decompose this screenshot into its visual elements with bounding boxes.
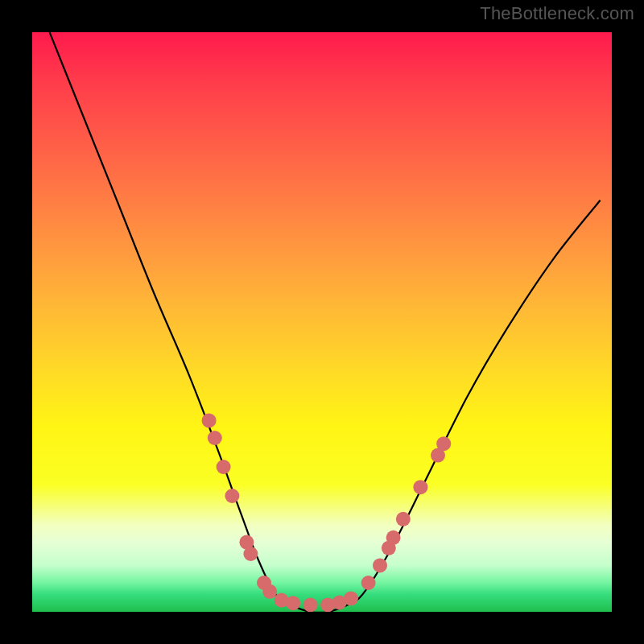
marker-group	[202, 413, 452, 612]
data-marker	[262, 584, 277, 599]
data-marker	[243, 547, 258, 561]
data-marker	[202, 413, 217, 427]
data-marker	[436, 436, 451, 451]
data-marker	[373, 558, 387, 572]
data-marker	[217, 460, 231, 474]
data-marker	[303, 597, 318, 612]
data-marker	[344, 591, 358, 605]
data-marker	[396, 512, 411, 526]
bottleneck-curve	[50, 32, 601, 612]
curve-layer	[32, 32, 612, 612]
data-marker	[225, 489, 239, 503]
data-marker	[361, 576, 376, 590]
chart-container: TheBottleneck.com	[0, 0, 644, 644]
plot-area	[32, 32, 612, 612]
data-marker	[413, 480, 427, 494]
data-marker	[386, 530, 401, 545]
curve-path	[50, 32, 601, 612]
watermark-text: TheBottleneck.com	[480, 3, 634, 24]
data-marker	[208, 431, 222, 445]
data-marker	[286, 596, 300, 610]
